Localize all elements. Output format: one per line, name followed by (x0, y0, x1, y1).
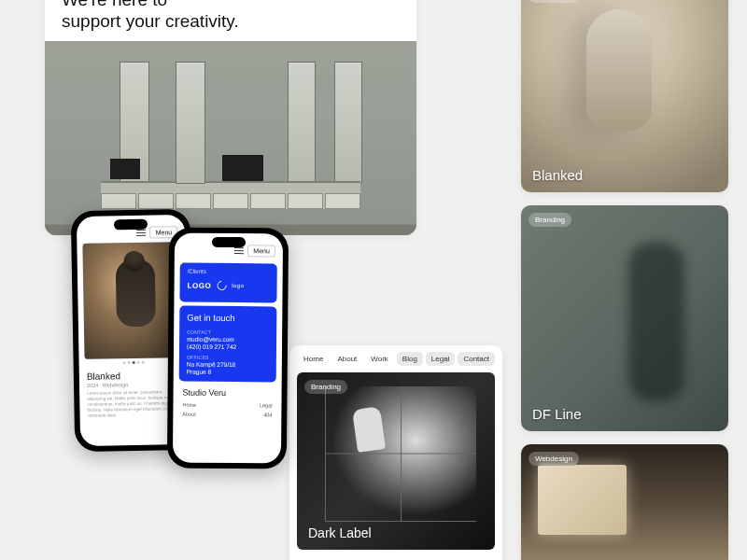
hand-silhouette (352, 406, 386, 453)
contact-label: CONTACT (187, 329, 269, 336)
spiral-icon (215, 279, 228, 292)
headline-l2: support your creativity. (62, 11, 239, 31)
project-card-blanked[interactable]: Webdesign Blanked (521, 0, 728, 192)
headline-l1: We're here to (62, 0, 167, 9)
crate-graphic (222, 155, 263, 181)
phone-mockup-contact: Menu /Clients LOGO logo Get in touch CON… (167, 227, 289, 469)
studio-name: Studio Veru (174, 381, 282, 400)
project-title: Dark Label (308, 525, 372, 540)
contact-phone[interactable]: (420) 019 271 742 (187, 343, 269, 351)
footer-about[interactable]: About (182, 412, 195, 417)
dark-label-hero[interactable]: Branding Dark Label (297, 372, 495, 550)
category-badge: Webdesign (529, 452, 579, 466)
studio-photo (45, 41, 416, 235)
browser-preview: Home About Work Blog Legal Contact Brand… (289, 345, 502, 560)
shelf-graphic (101, 181, 360, 209)
nav-contact[interactable]: Contact (458, 352, 495, 366)
contact-email[interactable]: studio@veru.com (187, 336, 269, 343)
address-line: Na Kampě 279/18 (187, 361, 269, 369)
window-silhouette (325, 386, 476, 522)
offices-label: OFFICES (187, 355, 269, 361)
phone-screen: Menu /Clients LOGO logo Get in touch CON… (173, 232, 283, 463)
site-nav: Home About Work Blog Legal Contact (289, 345, 502, 372)
client-logo: logo (232, 283, 244, 288)
project-title: DF Line (532, 406, 582, 422)
crate-graphic (110, 159, 140, 179)
project-title: Blanked (532, 167, 583, 183)
window-graphic (288, 62, 316, 184)
phone-notch (212, 237, 246, 247)
category-badge: Branding (304, 380, 347, 394)
category-badge: Webdesign (529, 0, 579, 3)
portrait-photo (82, 242, 181, 359)
nav-about[interactable]: About (331, 352, 362, 366)
address-line: Prague 8 (187, 369, 269, 376)
nav-blog[interactable]: Blog (397, 352, 423, 366)
footer-404[interactable]: 404 (263, 412, 272, 417)
category-badge: Branding (529, 213, 571, 227)
client-logos: LOGO logo (188, 278, 270, 294)
get-in-touch-heading: Get in touch (187, 313, 269, 324)
menu-button[interactable]: Menu (247, 245, 275, 257)
hamburger-icon[interactable] (137, 230, 147, 236)
mobile-footer: About 404 (173, 409, 281, 419)
nav-legal[interactable]: Legal (426, 352, 456, 366)
phone-notch (114, 219, 148, 231)
hamburger-icon[interactable] (234, 247, 244, 254)
project-card-dfline[interactable]: Branding DF Line (521, 205, 728, 431)
creativity-headline: We're here to support your creativity. (45, 0, 416, 41)
footer-legal[interactable]: Legal (260, 402, 273, 408)
section-label: /Clients (188, 269, 270, 275)
contact-card: Get in touch CONTACT studio@veru.com (42… (179, 306, 277, 383)
creativity-card: We're here to support your creativity. (45, 0, 416, 235)
client-logo: LOGO (188, 281, 212, 289)
footer-home[interactable]: Home (182, 402, 196, 408)
nav-work[interactable]: Work (365, 352, 394, 366)
nav-home[interactable]: Home (298, 352, 329, 366)
clients-card: /Clients LOGO logo (179, 263, 276, 303)
project-card-webdesign[interactable]: Webdesign (521, 444, 728, 560)
window-graphic (334, 62, 362, 184)
